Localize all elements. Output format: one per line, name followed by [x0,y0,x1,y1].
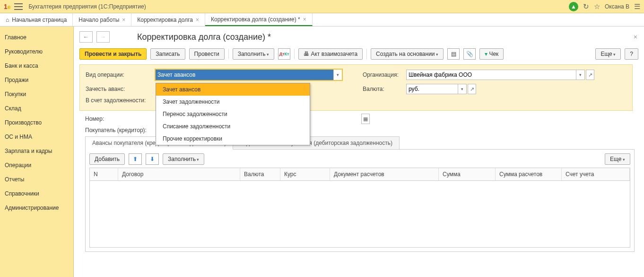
save-button[interactable]: Записать [150,48,185,60]
th-n[interactable]: N [90,168,118,180]
tab-debt-adjust[interactable]: Корректировка долга × [131,13,205,26]
form-area: Вид операции: Зачет авансов ▾ Организаци… [79,64,633,111]
table-more-button[interactable]: Еще [605,153,630,165]
logo-1c: 1e [4,3,10,10]
close-icon[interactable]: × [196,17,199,23]
dtkt-icon[interactable]: ДтКт [278,48,290,60]
content: × ← → Корректировка долга (создание) * П… [74,27,644,277]
operation-type-label: Вид операции: [86,71,152,78]
th-rate[interactable]: Курс [280,168,330,180]
sidebar-item-os-nma[interactable]: ОС и НМА [0,130,73,144]
print-icon: 🖶 [304,51,311,57]
org-label: Организация: [363,71,403,78]
move-up-icon[interactable]: ⬆ [129,153,142,165]
sidebar-item-warehouse[interactable]: Склад [0,101,73,116]
cheque-icon: ▾ [485,51,487,57]
menu-icon[interactable] [14,3,23,10]
sidebar-item-bank[interactable]: Банк и касса [0,59,73,73]
currency-label: Валюта: [363,86,403,92]
th-sum[interactable]: Сумма [439,168,496,180]
act-button[interactable]: 🖶 Акт взаимозачета [298,48,363,60]
help-button[interactable]: ? [625,48,638,60]
tab-content: Добавить ⬆ ⬇ Заполнить Еще N Договор Вал… [85,149,635,252]
advance-label: Зачесть аванс: [86,86,152,92]
sidebar-item-reports[interactable]: Отчеты [0,172,73,187]
sidebar-item-sales[interactable]: Продажи [0,73,73,87]
operation-type-dropdown-icon[interactable]: ▾ [333,70,342,80]
sidebar-item-production[interactable]: Производство [0,116,73,130]
number-label: Номер: [85,116,151,122]
dropdown-item[interactable]: Зачет авансов [156,83,310,96]
page-title: Корректировка долга (создание) * [137,32,271,42]
close-page-icon[interactable]: × [634,33,637,41]
operation-type-input[interactable]: Зачет авансов [156,70,333,80]
post-close-button[interactable]: Провести и закрыть [79,48,147,60]
filter-icon[interactable]: ☰ [634,2,640,11]
history-icon[interactable]: ↻ [583,2,589,11]
debt-label: В счет задолженности: [86,97,152,104]
titlebar: 1e Бухгалтерия предприятия (1С:Предприят… [0,0,644,13]
org-open-icon[interactable]: ↗ [586,70,594,80]
structure-icon[interactable]: ▤ [447,48,460,60]
fill-button[interactable]: Заполнить [233,48,274,60]
dropdown-item[interactable]: Списание задолженности [156,120,310,133]
dropdown-item[interactable]: Перенос задолженности [156,108,310,120]
tab-label: Начальная страница [12,17,67,23]
sidebar-item-main[interactable]: Главное [0,30,73,45]
home-icon: ⌂ [6,17,9,23]
close-icon[interactable]: × [122,17,125,23]
th-contract[interactable]: Договор [118,168,240,180]
toolbar: Провести и закрыть Записать Провести Зап… [74,46,644,64]
attach-icon[interactable]: 📎 [463,48,476,60]
cheque-button[interactable]: ▾ Чек [479,48,504,60]
org-input[interactable]: Швейная фабрика ООО [406,70,576,80]
sidebar: Главное Руководителю Банк и касса Продаж… [0,27,74,277]
move-down-icon[interactable]: ⬇ [146,153,159,165]
th-currency[interactable]: Валюта [240,168,280,180]
tab-label: Начало работы [78,17,119,23]
dropdown-item[interactable]: Зачет задолженности [156,96,310,108]
currency-dropdown-icon[interactable]: ▾ [458,84,467,94]
currency-open-icon[interactable]: ↗ [468,84,476,94]
org-dropdown-icon[interactable]: ▾ [576,70,585,80]
table-header: N Договор Валюта Курс Документ расчетов … [90,168,630,181]
sidebar-item-admin[interactable]: Администрирование [0,201,73,215]
tab-label: Корректировка долга (создание) * [211,16,300,23]
star-icon[interactable]: ☆ [594,2,600,11]
calendar-icon[interactable]: ▦ [361,114,370,124]
currency-input[interactable]: руб. [406,84,458,94]
tab-label: Корректировка долга [137,17,193,23]
tab-debt-adjust-create[interactable]: Корректировка долга (создание) * × [205,13,313,26]
buyer-label: Покупатель (кредитор): [85,127,151,134]
add-row-button[interactable]: Добавить [89,153,125,165]
tab-home[interactable]: ⌂ Начальная страница [0,13,73,26]
post-button[interactable]: Провести [189,48,225,60]
tabbar: ⌂ Начальная страница Начало работы × Кор… [0,13,644,27]
more-button[interactable]: Еще [595,48,621,60]
app-title: Бухгалтерия предприятия (1С:Предприятие) [28,3,146,10]
close-icon[interactable]: × [303,16,306,23]
sidebar-item-catalogs[interactable]: Справочники [0,187,73,201]
nav-back-button[interactable]: ← [79,31,93,43]
dropdown-item[interactable]: Прочие корректировки [156,133,310,145]
th-account[interactable]: Счет учета [562,168,630,180]
nav-forward-button[interactable]: → [96,31,110,43]
operation-type-dropdown: Зачет авансов Зачет задолженности Перено… [156,83,310,145]
th-sum-calc[interactable]: Сумма расчетов [496,168,562,180]
sidebar-item-purchases[interactable]: Покупки [0,87,73,101]
tab-start[interactable]: Начало работы × [73,13,131,26]
sidebar-item-operations[interactable]: Операции [0,158,73,172]
sidebar-item-salary[interactable]: Зарплата и кадры [0,144,73,158]
table: N Договор Валюта Курс Документ расчетов … [89,168,630,248]
user-name[interactable]: Оксана В [605,3,629,10]
th-doc[interactable]: Документ расчетов [330,168,439,180]
fill-rows-button[interactable]: Заполнить [163,153,204,165]
table-body[interactable] [90,181,630,247]
sidebar-item-manager[interactable]: Руководителю [0,45,73,59]
create-basis-button[interactable]: Создать на основании [371,48,444,60]
notification-icon[interactable]: ▲ [569,2,578,11]
